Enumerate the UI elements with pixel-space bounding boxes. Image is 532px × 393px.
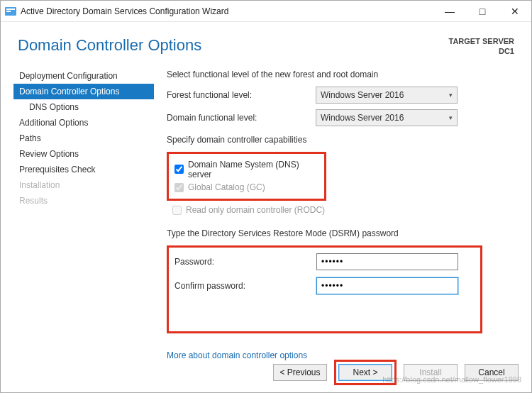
dsrm-label: Type the Directory Services Restore Mode… [167, 228, 514, 238]
next-button-highlight: Next > [334, 360, 397, 385]
domain-level-row: Domain functional level: Windows Server … [167, 109, 514, 126]
content-pane: Select functional level of the new fores… [154, 68, 531, 367]
chevron-down-icon: ▾ [449, 114, 453, 121]
target-server-block: TARGET SERVER DC1 [449, 36, 515, 57]
app-icon [5, 6, 16, 17]
domain-level-label: Domain functional level: [167, 113, 316, 123]
dns-checkbox-row: Domain Name System (DNS) server [172, 160, 317, 179]
close-button[interactable]: ✕ [499, 1, 531, 22]
page-title: Domain Controller Options [18, 36, 201, 55]
rodc-checkbox-row: Read only domain controller (RODC) [167, 204, 514, 217]
install-button: Install [404, 364, 458, 381]
forest-level-label: Forest functional level: [167, 90, 316, 100]
gc-checkbox-label: Global Catalog (GC) [188, 182, 265, 192]
nav-prerequisites-check[interactable]: Prerequisites Check [13, 162, 154, 177]
nav-review-options[interactable]: Review Options [13, 146, 154, 162]
capabilities-highlight: Domain Name System (DNS) server Global C… [167, 152, 326, 201]
main-area: Deployment Configuration Domain Controll… [1, 62, 531, 367]
password-label: Password: [174, 257, 316, 267]
previous-button[interactable]: < Previous [273, 364, 327, 381]
next-button[interactable]: Next > [338, 364, 392, 381]
dns-checkbox[interactable] [174, 165, 184, 174]
domain-level-value: Windows Server 2016 [321, 113, 404, 123]
forest-level-value: Windows Server 2016 [321, 90, 404, 100]
window-title: Active Directory Domain Services Configu… [21, 6, 228, 16]
nav-dns-options[interactable]: DNS Options [13, 99, 154, 115]
rodc-checkbox [172, 206, 182, 215]
password-row: Password: [174, 253, 472, 270]
confirm-password-row: Confirm password: [174, 277, 472, 294]
more-about-link[interactable]: More about domain controller options [167, 350, 307, 360]
gc-checkbox [174, 183, 184, 192]
nav-paths[interactable]: Paths [13, 131, 154, 146]
forest-level-dropdown[interactable]: Windows Server 2016 ▾ [316, 87, 458, 104]
wizard-sidebar: Deployment Configuration Domain Controll… [1, 68, 154, 367]
password-field[interactable] [316, 253, 458, 270]
maximize-button[interactable]: □ [466, 1, 499, 22]
target-server-label: TARGET SERVER [449, 36, 515, 46]
dns-checkbox-label: Domain Name System (DNS) server [188, 160, 317, 179]
page-header: Domain Controller Options TARGET SERVER … [1, 22, 531, 62]
gc-checkbox-row: Global Catalog (GC) [172, 181, 317, 194]
target-server-name: DC1 [449, 46, 515, 56]
functional-level-intro: Select functional level of the new fores… [167, 70, 514, 79]
title-bar: Active Directory Domain Services Configu… [1, 1, 531, 22]
confirm-password-field[interactable] [316, 277, 458, 294]
domain-level-dropdown[interactable]: Windows Server 2016 ▾ [316, 109, 458, 126]
chevron-down-icon: ▾ [449, 92, 453, 99]
wizard-footer: < Previous Next > Install Cancel [273, 360, 519, 385]
nav-domain-controller-options[interactable]: Domain Controller Options [13, 84, 154, 99]
nav-installation: Installation [13, 177, 154, 193]
nav-results: Results [13, 193, 154, 209]
dsrm-highlight: Password: Confirm password: [167, 245, 482, 333]
svg-rect-2 [6, 11, 11, 12]
minimize-button[interactable]: — [433, 1, 466, 22]
confirm-password-label: Confirm password: [174, 281, 316, 291]
cancel-button[interactable]: Cancel [465, 364, 519, 381]
window-controls: — □ ✕ [433, 1, 531, 22]
nav-deployment-configuration[interactable]: Deployment Configuration [13, 68, 154, 84]
nav-additional-options[interactable]: Additional Options [13, 115, 154, 131]
forest-level-row: Forest functional level: Windows Server … [167, 87, 514, 104]
svg-rect-1 [6, 9, 15, 10]
rodc-checkbox-label: Read only domain controller (RODC) [186, 205, 325, 215]
capabilities-label: Specify domain controller capabilities [167, 135, 514, 145]
